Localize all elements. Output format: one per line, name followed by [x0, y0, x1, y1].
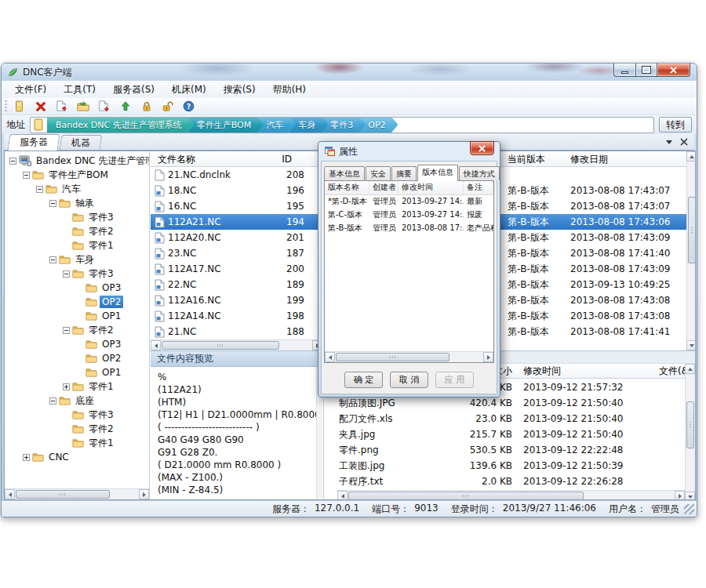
dialog-button[interactable]: 确 定 [344, 372, 383, 388]
version-name-cell: 第-C-版本 [325, 209, 369, 222]
table-row[interactable]: 零件.png530.5 KB2013-09-12 22:22:48 [324, 442, 685, 458]
address-field[interactable]: Bandex DNC 先进生产管理系统零件生产BOM汽车车身零件3OP2 [30, 117, 654, 133]
note-column-header[interactable]: 备注 [464, 181, 493, 194]
version-time-cell: 2013-08-08 17:... [398, 222, 464, 235]
tree-item-label: OP3 [100, 281, 123, 294]
tree-item[interactable]: CNC [5, 450, 149, 464]
tree-item[interactable]: 零件3 [5, 210, 149, 224]
dialog-tab-摘要[interactable]: 摘要 [391, 166, 417, 180]
tab-server[interactable]: 服务器 [8, 134, 60, 151]
collapse-icon[interactable] [49, 256, 56, 263]
collapse-icon[interactable] [63, 270, 70, 278]
version-row[interactable]: *第-D-版本管理员2013-09-27 14:...最新 [325, 195, 493, 209]
attachment-horizontal-scrollbar[interactable] [337, 490, 685, 500]
tree-item[interactable]: 零件2 [5, 323, 149, 337]
dialog-tab-版本信息[interactable]: 版本信息 [417, 165, 458, 181]
tree-item[interactable]: 汽车 [5, 182, 149, 196]
minimize-icon [621, 71, 628, 74]
lock-icon[interactable] [140, 100, 153, 113]
time-column-header[interactable]: 修改时间 [398, 181, 464, 194]
creator-column-header[interactable]: 创建者 [369, 181, 398, 194]
new-document-icon[interactable] [13, 100, 26, 113]
dialog-button[interactable]: 取 消 [390, 372, 428, 388]
server-tree: Bandex DNC 先进生产管理系零件生产BOM汽车轴承零件3零件2零件1车身… [5, 151, 150, 499]
tree-item[interactable]: OP1 [5, 365, 149, 379]
collapse-icon[interactable] [9, 158, 16, 165]
menu-item[interactable]: 帮助(H) [264, 81, 315, 99]
tab-machine[interactable]: 机器 [60, 135, 103, 150]
file-list-horizontal-scrollbar[interactable] [151, 339, 322, 350]
column-header-name[interactable]: 文件名称 [158, 151, 195, 167]
maximize-button[interactable] [635, 64, 657, 77]
close-button[interactable] [657, 64, 690, 77]
tree-item[interactable]: OP1 [5, 309, 149, 323]
tree-item[interactable]: 零件1 [5, 379, 149, 394]
checkin-file-icon[interactable] [55, 100, 68, 113]
delete-icon[interactable] [34, 100, 47, 113]
unlock-icon[interactable] [161, 100, 174, 113]
breadcrumb-segment[interactable]: Bandex DNC 先进生产管理系统 [47, 117, 195, 133]
dialog-close-button[interactable] [470, 141, 494, 155]
tree-item[interactable]: 零件1 [5, 238, 149, 252]
table-row[interactable]: 工装图.jpg139.6 KB2013-09-12 21:50:39 [324, 458, 685, 474]
attachment-vertical-scrollbar[interactable] [685, 364, 695, 500]
status-item: 用户名：管理员 [609, 503, 679, 516]
table-row[interactable]: 子程序.txt2.0 KB2013-09-12 22:26:28 [324, 474, 685, 489]
tree-horizontal-scrollbar[interactable] [5, 488, 149, 499]
checkout-file-icon[interactable] [97, 100, 111, 113]
tree-item[interactable]: Bandex DNC 先进生产管理系 [5, 154, 149, 168]
table-row[interactable]: 夹具.jpg215.7 KB2013-09-12 21:50:40 [324, 426, 685, 442]
tree-item[interactable]: OP3 [5, 337, 149, 351]
minimize-button[interactable] [613, 64, 635, 77]
tree-item[interactable]: 零件生产BOM [5, 168, 149, 182]
title-bar[interactable]: DNC客户端 [2, 64, 697, 81]
menu-item[interactable]: 文件(F) [6, 81, 55, 99]
collapse-icon[interactable] [63, 327, 70, 334]
tree-item[interactable]: 零件3 [5, 267, 149, 281]
tree-item[interactable]: 零件1 [5, 436, 149, 450]
expand-icon[interactable] [23, 454, 30, 461]
tree-item[interactable]: OP3 [5, 281, 149, 295]
dialog-tab-安全[interactable]: 安全 [366, 166, 391, 180]
collapse-icon[interactable] [49, 397, 56, 405]
tree-item[interactable]: OP2 [5, 351, 149, 365]
dialog-title-bar[interactable]: 属性 [318, 142, 500, 161]
menu-item[interactable]: 服务器(S) [104, 81, 163, 99]
tree-item[interactable]: 轴承 [5, 196, 149, 210]
column-header-date[interactable]: 修改日期 [570, 151, 686, 167]
menu-item[interactable]: 工具(T) [55, 81, 104, 99]
breadcrumb-segment[interactable]: 零件3 [322, 117, 366, 133]
dialog-tab-基本信息[interactable]: 基本信息 [324, 166, 365, 180]
version-column-header[interactable]: 版本名称 [325, 181, 369, 194]
version-row[interactable]: 第-C-版本管理员2013-09-27 14:...报废 [325, 209, 493, 222]
version-row[interactable]: 第-B-版本管理员2013-08-08 17:...老产品程序 [325, 222, 493, 235]
tree-item[interactable]: 零件3 [5, 408, 149, 422]
collapse-icon[interactable] [36, 186, 43, 193]
tree-item[interactable]: 底座 [5, 394, 149, 408]
dialog-horizontal-scrollbar[interactable] [325, 351, 493, 362]
go-button[interactable]: 转到 [659, 117, 692, 132]
dialog-tab-快捷方式[interactable]: 快捷方式 [459, 166, 500, 180]
dialog-button: 应 用 [435, 372, 474, 388]
expand-icon[interactable] [63, 383, 70, 390]
table-row[interactable]: 配刀文件.xls23.0 KB2013-09-12 21:50:40 [324, 411, 685, 426]
chevron-down-icon[interactable] [666, 140, 672, 144]
file-list-vertical-scrollbar[interactable] [686, 151, 696, 350]
tree-item[interactable]: 车身 [5, 252, 149, 267]
help-icon[interactable]: ? [182, 100, 195, 113]
tree-item[interactable]: 零件2 [5, 224, 149, 238]
column-header-id[interactable]: ID [243, 151, 292, 167]
collapse-icon[interactable] [49, 200, 56, 207]
open-folder-icon[interactable] [76, 100, 89, 113]
resize-grip[interactable] [684, 504, 694, 514]
collapse-icon[interactable] [23, 172, 30, 179]
close-panel-icon[interactable] [680, 138, 688, 146]
tree-item[interactable]: OP2 [5, 295, 149, 309]
table-row[interactable]: 制品顶图.JPG420.4 KB2013-09-12 21:50:40 [324, 395, 685, 411]
column-header-modified[interactable]: 修改时间 [523, 364, 653, 379]
breadcrumb-segment[interactable]: 零件生产BOM [188, 117, 264, 133]
menu-item[interactable]: 机床(M) [163, 81, 215, 99]
tree-item[interactable]: 零件2 [5, 422, 149, 436]
upload-icon[interactable] [118, 100, 132, 113]
menu-item[interactable]: 搜索(S) [215, 81, 264, 99]
